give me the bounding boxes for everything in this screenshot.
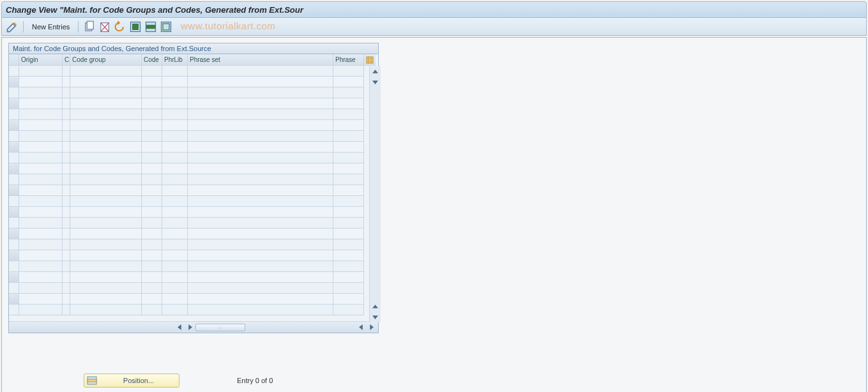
table-cell[interactable]	[162, 174, 188, 185]
table-cell[interactable]	[162, 163, 188, 174]
table-cell[interactable]	[70, 239, 142, 250]
table-cell[interactable]	[162, 142, 188, 153]
table-row[interactable]	[9, 207, 378, 218]
table-cell[interactable]	[188, 294, 333, 305]
table-cell[interactable]	[63, 163, 70, 174]
table-cell[interactable]	[142, 305, 162, 315]
table-cell[interactable]	[63, 207, 70, 218]
table-cell[interactable]	[19, 109, 63, 120]
table-cell[interactable]	[63, 218, 70, 229]
new-entries-button[interactable]: New Entries	[28, 20, 73, 33]
table-settings-icon[interactable]	[364, 54, 376, 66]
table-cell[interactable]	[19, 66, 63, 77]
table-row[interactable]	[9, 250, 378, 261]
scroll-up-icon[interactable]	[370, 66, 381, 77]
table-row[interactable]	[9, 98, 378, 109]
table-cell[interactable]	[63, 261, 70, 272]
table-cell[interactable]	[70, 142, 142, 153]
table-cell[interactable]	[70, 131, 142, 142]
table-cell[interactable]	[333, 142, 364, 153]
horizontal-scroll-thumb[interactable]: :::	[195, 324, 245, 331]
row-selector-cell[interactable]	[9, 207, 19, 218]
table-cell[interactable]	[19, 142, 63, 153]
row-selector-header[interactable]	[9, 54, 19, 66]
column-header-code-group[interactable]: Code group	[70, 54, 142, 66]
table-cell[interactable]	[19, 218, 63, 229]
row-selector-cell[interactable]	[9, 229, 19, 239]
table-row[interactable]	[9, 185, 378, 196]
table-cell[interactable]	[63, 185, 70, 196]
table-row[interactable]	[9, 153, 378, 163]
table-cell[interactable]	[188, 229, 333, 239]
table-cell[interactable]	[70, 66, 142, 77]
table-cell[interactable]	[19, 98, 63, 109]
table-cell[interactable]	[333, 163, 364, 174]
table-cell[interactable]	[19, 305, 63, 315]
table-cell[interactable]	[19, 294, 63, 305]
table-cell[interactable]	[188, 174, 333, 185]
table-row[interactable]	[9, 196, 378, 207]
table-cell[interactable]	[19, 174, 63, 185]
table-cell[interactable]	[333, 283, 364, 294]
row-selector-cell[interactable]	[9, 272, 19, 283]
table-cell[interactable]	[142, 98, 162, 109]
table-cell[interactable]	[142, 239, 162, 250]
table-cell[interactable]	[142, 131, 162, 142]
table-cell[interactable]	[162, 66, 188, 77]
table-cell[interactable]	[70, 261, 142, 272]
table-cell[interactable]	[188, 196, 333, 207]
table-cell[interactable]	[70, 98, 142, 109]
table-cell[interactable]	[162, 131, 188, 142]
scroll-up-end-icon[interactable]	[370, 301, 381, 312]
column-header-c[interactable]: C	[63, 54, 70, 66]
table-cell[interactable]	[142, 174, 162, 185]
row-selector-cell[interactable]	[9, 142, 19, 153]
table-cell[interactable]	[142, 229, 162, 239]
table-cell[interactable]	[333, 196, 364, 207]
row-selector-cell[interactable]	[9, 163, 19, 174]
table-cell[interactable]	[142, 272, 162, 283]
table-cell[interactable]	[188, 142, 333, 153]
table-cell[interactable]	[142, 163, 162, 174]
table-cell[interactable]	[188, 66, 333, 77]
table-cell[interactable]	[162, 109, 188, 120]
table-row[interactable]	[9, 272, 378, 283]
scroll-down-end-icon[interactable]	[370, 312, 381, 322]
table-row[interactable]	[9, 66, 378, 77]
table-cell[interactable]	[162, 250, 188, 261]
table-cell[interactable]	[19, 77, 63, 87]
scroll-left-end-icon[interactable]	[356, 323, 365, 332]
row-selector-cell[interactable]	[9, 120, 19, 131]
table-cell[interactable]	[19, 207, 63, 218]
table-cell[interactable]	[162, 229, 188, 239]
table-cell[interactable]	[70, 207, 142, 218]
table-row[interactable]	[9, 142, 378, 153]
scroll-right-end-icon[interactable]	[367, 323, 376, 332]
column-header-phrlib[interactable]: PhrLib	[162, 54, 188, 66]
table-cell[interactable]	[162, 239, 188, 250]
table-cell[interactable]	[70, 120, 142, 131]
table-cell[interactable]	[19, 131, 63, 142]
table-cell[interactable]	[63, 250, 70, 261]
row-selector-cell[interactable]	[9, 174, 19, 185]
table-cell[interactable]	[70, 109, 142, 120]
table-cell[interactable]	[63, 77, 70, 87]
table-cell[interactable]	[188, 131, 333, 142]
table-cell[interactable]	[63, 283, 70, 294]
table-row[interactable]	[9, 77, 378, 87]
table-cell[interactable]	[142, 196, 162, 207]
table-cell[interactable]	[188, 272, 333, 283]
table-cell[interactable]	[19, 250, 63, 261]
table-cell[interactable]	[142, 142, 162, 153]
table-cell[interactable]	[19, 153, 63, 163]
table-row[interactable]	[9, 283, 378, 294]
scroll-right-icon[interactable]	[185, 323, 194, 332]
row-selector-cell[interactable]	[9, 87, 19, 98]
table-cell[interactable]	[63, 305, 70, 315]
table-row[interactable]	[9, 174, 378, 185]
table-cell[interactable]	[162, 196, 188, 207]
table-cell[interactable]	[63, 239, 70, 250]
table-row[interactable]	[9, 261, 378, 272]
table-cell[interactable]	[142, 87, 162, 98]
table-cell[interactable]	[333, 66, 364, 77]
